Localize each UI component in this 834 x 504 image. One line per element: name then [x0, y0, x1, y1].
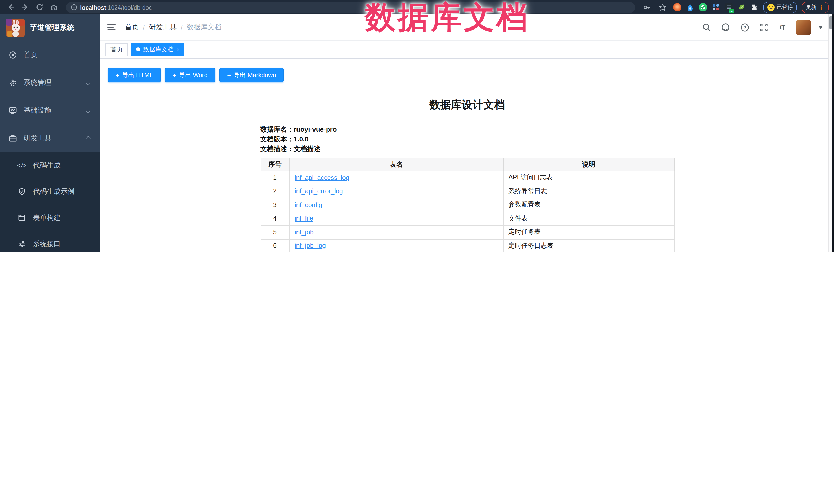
close-icon[interactable]: × — [176, 46, 180, 52]
github-icon[interactable] — [720, 22, 731, 33]
avatar-dropdown-caret-icon[interactable] — [818, 26, 823, 28]
sidebar-item-home[interactable]: 首页 — [0, 41, 100, 69]
extension-icon-orange[interactable] — [673, 3, 681, 11]
sidebar-toggle-icon[interactable] — [107, 22, 118, 32]
table-name-cell: inf_api_error_log — [289, 184, 503, 198]
table-desc-cell: 系统异常日志 — [503, 184, 674, 198]
bookmark-star-icon[interactable] — [657, 2, 668, 13]
row-index: 6 — [261, 239, 289, 252]
site-info-icon[interactable] — [71, 4, 77, 10]
sidebar-item-label: 代码生成 — [33, 161, 61, 170]
sidebar-item-label: 首页 — [24, 50, 92, 60]
table-name-cell: inf_file — [289, 212, 503, 225]
sidebar-item-label: 代码生成示例 — [33, 187, 74, 196]
browser-profile-chip[interactable]: 已暂停 — [763, 1, 797, 13]
table-name-link[interactable]: inf_api_error_log — [295, 188, 343, 195]
table-name-link[interactable]: inf_file — [295, 215, 313, 222]
chevron-down-icon — [86, 108, 91, 113]
extensions-puzzle-icon[interactable] — [750, 3, 758, 11]
page-scrollbar[interactable] — [828, 15, 832, 252]
table-name-cell: inf_job — [289, 225, 503, 239]
table-name-link[interactable]: inf_config — [295, 201, 322, 209]
app-logo[interactable]: 芋道管理系统 — [0, 15, 100, 41]
table-row: 3inf_config参数配置表 — [261, 198, 674, 212]
chevron-down-icon — [86, 80, 91, 85]
scrollbar-thumb[interactable] — [829, 16, 832, 29]
db-name-line: 数据库名：ruoyi-vue-pro — [260, 125, 674, 134]
tags-view: 首页 数据库文档 × — [100, 41, 834, 59]
svg-text:?: ? — [743, 25, 746, 30]
table-row: 2inf_api_error_log系统异常日志 — [261, 184, 674, 198]
search-icon[interactable] — [701, 22, 712, 33]
breadcrumb-home[interactable]: 首页 — [125, 23, 139, 32]
home-icon[interactable] — [48, 2, 60, 13]
browser-update-chip[interactable]: 更新 ⋮ — [802, 1, 829, 13]
table-name-cell: inf_job_log — [289, 239, 503, 252]
reload-icon[interactable] — [34, 2, 45, 13]
shield-check-icon — [18, 188, 26, 195]
extension-icon-multicolor[interactable] — [711, 3, 720, 11]
table-header-row: 序号 表名 说明 — [261, 158, 674, 171]
extension-icon-blue-drop[interactable] — [686, 3, 694, 11]
browser-menu-icon[interactable]: ⋮ — [818, 4, 825, 10]
export-markdown-button[interactable]: + 导出 Markdown — [219, 68, 284, 82]
fullscreen-icon[interactable] — [758, 22, 769, 33]
sidebar-item-label: 系统接口 — [33, 239, 61, 248]
sidebar-item-dev-tools[interactable]: 研发工具 — [0, 125, 100, 152]
extension-icon-dark-on[interactable]: on — [724, 3, 732, 11]
table-row: 4inf_file文件表 — [261, 212, 674, 225]
sidebar-item-code-generation[interactable]: </> 代码生成 — [0, 152, 100, 178]
sidebar: 芋道管理系统 首页 系统管理 基础设施 — [0, 15, 100, 252]
table-row: 1inf_api_access_logAPI 访问日志表 — [261, 171, 674, 184]
export-word-button[interactable]: + 导出 Word — [165, 68, 215, 82]
tag-label: 数据库文档 — [143, 45, 174, 54]
tables-index-table: 序号 表名 说明 1inf_api_access_logAPI 访问日志表2in… — [260, 158, 675, 252]
tag-label: 首页 — [110, 45, 123, 54]
doc-desc-line: 文档描述：文档描述 — [260, 144, 674, 154]
breadcrumb: 首页 / 研发工具 / 数据库文档 — [125, 23, 701, 32]
extension-icon-green-leaf[interactable] — [737, 3, 745, 11]
db-doc: 数据库设计文档 数据库名：ruoyi-vue-pro 文档版本：1.0.0 文档… — [260, 98, 674, 252]
export-html-button[interactable]: + 导出 HTML — [108, 68, 160, 82]
chevron-up-icon — [86, 136, 91, 141]
table-name-link[interactable]: inf_job — [295, 229, 314, 236]
screen-edge — [832, 15, 834, 252]
doc-title: 数据库设计文档 — [260, 98, 674, 112]
table-name-link[interactable]: inf_api_access_log — [295, 174, 349, 181]
extension-icon-green-check[interactable] — [699, 3, 707, 11]
sidebar-item-codegen-example[interactable]: 代码生成示例 — [0, 178, 100, 204]
table-name-link[interactable]: inf_job_log — [295, 242, 326, 249]
button-label: 导出 HTML — [122, 71, 153, 80]
breadcrumb-dev-tools[interactable]: 研发工具 — [149, 23, 177, 32]
doc-info: 数据库名：ruoyi-vue-pro 文档版本：1.0.0 文档描述：文档描述 — [260, 125, 674, 154]
plus-icon: + — [227, 72, 231, 79]
dashboard-icon — [8, 51, 18, 59]
form-icon — [18, 214, 26, 222]
browser-toolbar: localhost:1024/tool/db-doc on — [0, 0, 834, 15]
sidebar-item-system-api[interactable]: 系统接口 — [0, 231, 100, 252]
app-header: 首页 / 研发工具 / 数据库文档 ? — [100, 15, 834, 41]
row-index: 5 — [261, 225, 289, 239]
app-title: 芋道管理系统 — [30, 23, 74, 32]
sidebar-item-label: 基础设施 — [24, 106, 86, 115]
profile-emoji-icon — [767, 3, 775, 11]
password-key-icon[interactable] — [641, 2, 652, 13]
table-row: 5inf_job定时任务表 — [261, 225, 674, 239]
forward-icon[interactable] — [20, 2, 31, 13]
font-size-icon[interactable]: tT — [777, 22, 788, 33]
breadcrumb-separator: / — [143, 23, 145, 31]
table-row: 6inf_job_log定时任务日志表 — [261, 239, 674, 252]
back-icon[interactable] — [5, 2, 17, 13]
update-label: 更新 — [806, 4, 816, 11]
avatar[interactable] — [796, 20, 811, 35]
row-index: 1 — [261, 171, 289, 184]
address-bar[interactable]: localhost:1024/tool/db-doc — [66, 2, 635, 13]
sidebar-item-infrastructure[interactable]: 基础设施 — [0, 96, 100, 125]
sidebar-item-form-builder[interactable]: 表单构建 — [0, 204, 100, 231]
help-icon[interactable]: ? — [739, 22, 750, 33]
tag-home[interactable]: 首页 — [105, 43, 128, 56]
sliders-icon — [18, 240, 26, 248]
sidebar-item-system-management[interactable]: 系统管理 — [0, 69, 100, 96]
code-icon: </> — [18, 162, 26, 168]
tag-db-doc[interactable]: 数据库文档 × — [131, 43, 185, 56]
